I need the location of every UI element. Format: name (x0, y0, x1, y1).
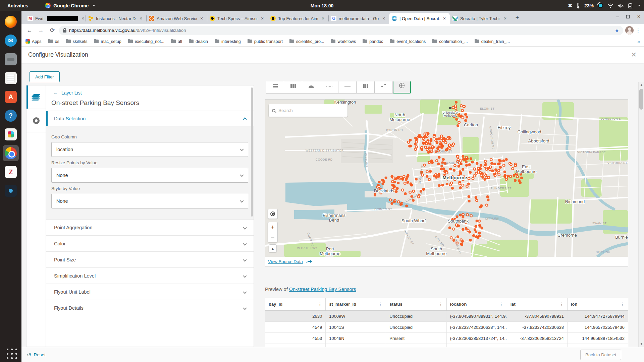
sensor-point[interactable] (468, 195, 470, 198)
sensor-point[interactable] (476, 199, 478, 202)
dock-item[interactable] (3, 164, 19, 180)
scrollbar-thumb[interactable] (639, 89, 643, 110)
app-menu[interactable]: Google Chrome (45, 3, 95, 8)
show-applications-icon[interactable] (5, 347, 17, 359)
sensor-point[interactable] (498, 174, 500, 176)
tab-close-icon[interactable] (442, 16, 447, 21)
sensor-point[interactable] (393, 200, 396, 203)
sensor-point[interactable] (449, 168, 452, 170)
sensor-point[interactable] (446, 183, 448, 185)
column-menu-icon[interactable] (499, 302, 503, 307)
sensor-point[interactable] (421, 148, 423, 151)
sensor-point[interactable] (455, 101, 458, 104)
sensor-point[interactable] (404, 182, 406, 184)
sensor-point[interactable] (422, 142, 425, 144)
sensor-point[interactable] (457, 124, 459, 127)
column-header-location[interactable]: location (447, 298, 507, 310)
sensor-point[interactable] (391, 180, 394, 183)
sensor-point[interactable] (414, 148, 417, 150)
browser-tab[interactable]: Tech Specs – Aimsun (207, 13, 268, 24)
back-button[interactable]: ← (25, 26, 34, 35)
column-header-bay_id[interactable]: bay_id (265, 298, 326, 310)
viz-type-button[interactable] (302, 81, 320, 94)
collapsed-section[interactable]: Flyout Unit Label (46, 284, 254, 300)
sensor-point[interactable] (469, 171, 472, 174)
table-row[interactable]: 263010009WUnoccupied(-37.8045890788931°,… (265, 311, 628, 322)
sensor-point[interactable] (491, 170, 494, 172)
new-tab-button[interactable] (513, 13, 522, 23)
sensor-point[interactable] (448, 144, 451, 146)
sensor-point[interactable] (455, 118, 458, 121)
sensor-point[interactable] (477, 167, 480, 170)
sensor-point[interactable] (478, 232, 481, 234)
sensor-point[interactable] (475, 235, 478, 238)
sensor-point[interactable] (459, 214, 462, 217)
sensor-point[interactable] (467, 229, 469, 232)
field-dropdown[interactable]: location (51, 142, 248, 157)
viz-type-button[interactable] (266, 81, 284, 94)
forward-button[interactable]: → (36, 26, 46, 35)
sensor-point[interactable] (439, 142, 442, 145)
window-close-icon[interactable]: ✕ (637, 14, 641, 19)
browser-tab[interactable]: Fwd: (25, 13, 86, 24)
sensor-point[interactable] (471, 161, 474, 163)
sensor-point[interactable] (483, 178, 486, 181)
sensor-point[interactable] (378, 181, 381, 183)
sensor-point[interactable] (438, 156, 440, 159)
sensor-point[interactable] (487, 198, 489, 201)
sensor-point[interactable] (374, 194, 376, 196)
column-menu-icon[interactable] (378, 302, 382, 307)
sensor-point[interactable] (406, 176, 409, 179)
sensor-point[interactable] (401, 177, 404, 180)
sensor-point[interactable] (466, 214, 469, 216)
sensor-point[interactable] (473, 168, 476, 170)
sensor-point[interactable] (451, 187, 454, 190)
sensor-point[interactable] (494, 168, 497, 171)
page-scrollbar[interactable]: ▲ ▼ (638, 82, 644, 347)
sensor-point[interactable] (481, 227, 483, 230)
reset-button[interactable]: Reset (27, 352, 46, 358)
compass-reset-button[interactable] (269, 244, 277, 252)
sensor-point[interactable] (462, 213, 464, 216)
dock-item[interactable] (3, 89, 19, 105)
sensor-point[interactable] (412, 190, 415, 192)
locate-button[interactable] (268, 209, 278, 219)
sensor-point[interactable] (464, 119, 467, 122)
map-canvas[interactable]: ELGIN STJOHNSTON STNICHOLSON STDYNON RDW… (265, 100, 628, 257)
sensor-point[interactable] (397, 182, 399, 184)
sensor-point[interactable] (438, 184, 441, 187)
sensor-point[interactable] (397, 201, 400, 203)
dock-item[interactable] (3, 183, 19, 199)
sensor-point[interactable] (459, 183, 461, 185)
sensor-point[interactable] (425, 146, 427, 148)
sensor-point[interactable] (509, 175, 512, 178)
tab-close-icon[interactable] (80, 16, 86, 21)
sensor-point[interactable] (426, 171, 428, 173)
sensor-point[interactable] (433, 135, 435, 138)
sensor-point[interactable] (475, 225, 477, 228)
bookmark-item[interactable]: confirmation_... (432, 39, 468, 44)
column-header-st_marker_id[interactable]: st_marker_id (326, 298, 386, 310)
sensor-point[interactable] (493, 173, 496, 176)
table-row[interactable]: 454910041SUnoccupied(-37.82337420230638°… (265, 322, 628, 333)
sensor-point[interactable] (431, 161, 434, 164)
address-bar[interactable]: https://data.melbourne.vic.gov.au/d/vh2v… (59, 26, 623, 35)
browser-tab[interactable]: Instances - Nectar Da (86, 13, 146, 24)
sensor-point[interactable] (478, 235, 481, 237)
sensor-point[interactable] (422, 188, 425, 190)
sensor-point[interactable] (426, 175, 428, 178)
sensor-point[interactable] (450, 237, 452, 239)
bookmark-item[interactable]: workflows (331, 39, 356, 44)
sensor-point[interactable] (436, 147, 439, 150)
sensor-point[interactable] (393, 181, 396, 183)
sensor-point[interactable] (462, 117, 464, 119)
sensor-point[interactable] (486, 195, 489, 198)
tab-close-icon[interactable] (381, 16, 386, 21)
sensor-point[interactable] (382, 180, 385, 183)
sensor-point[interactable] (452, 107, 454, 109)
sensor-point[interactable] (499, 166, 502, 169)
sensor-point[interactable] (459, 170, 462, 173)
sensor-point[interactable] (513, 174, 515, 177)
sensor-point[interactable] (449, 184, 451, 186)
sensor-point[interactable] (489, 166, 492, 168)
